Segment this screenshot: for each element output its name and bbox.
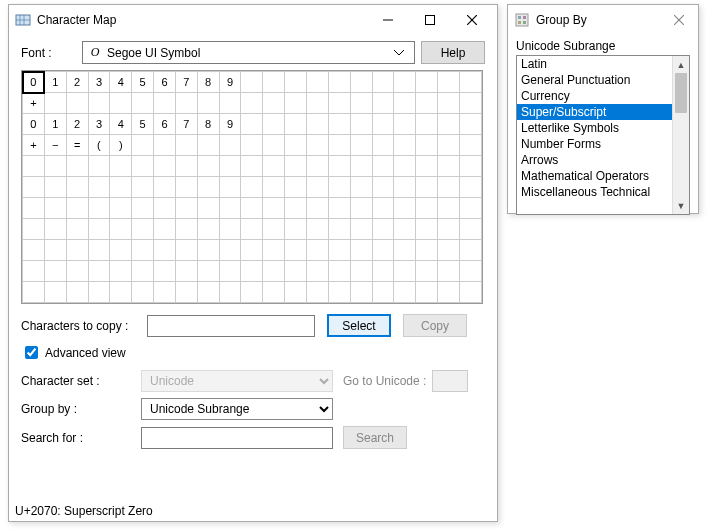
grid-cell[interactable] xyxy=(241,72,263,93)
grid-cell[interactable] xyxy=(285,135,307,156)
grid-cell[interactable] xyxy=(110,240,132,261)
advanced-view-checkbox[interactable]: Advanced view xyxy=(21,343,485,362)
grid-cell[interactable] xyxy=(88,198,110,219)
grid-cell[interactable] xyxy=(132,261,154,282)
scroll-up-icon[interactable]: ▲ xyxy=(673,56,689,73)
grid-cell[interactable]: − xyxy=(44,135,66,156)
list-item[interactable]: Arrows xyxy=(517,152,672,168)
grid-cell[interactable] xyxy=(263,282,285,303)
grid-cell[interactable] xyxy=(285,219,307,240)
grid-cell[interactable] xyxy=(372,177,394,198)
grid-cell[interactable] xyxy=(88,240,110,261)
grid-cell[interactable] xyxy=(154,198,176,219)
grid-cell[interactable] xyxy=(416,156,438,177)
grid-cell[interactable] xyxy=(285,261,307,282)
grid-cell[interactable]: ) xyxy=(110,135,132,156)
grid-cell[interactable] xyxy=(394,135,416,156)
grid-cell[interactable]: 0 xyxy=(23,72,45,93)
grid-cell[interactable] xyxy=(175,282,197,303)
grid-cell[interactable] xyxy=(350,261,372,282)
grid-cell[interactable] xyxy=(459,261,481,282)
grid-cell[interactable] xyxy=(23,282,45,303)
grid-cell[interactable] xyxy=(154,93,176,114)
grid-cell[interactable] xyxy=(175,156,197,177)
grid-cell[interactable] xyxy=(110,219,132,240)
grid-cell[interactable] xyxy=(438,156,460,177)
grid-cell[interactable] xyxy=(110,177,132,198)
list-item[interactable]: General Punctuation xyxy=(517,72,672,88)
grid-cell[interactable] xyxy=(66,240,88,261)
grid-cell[interactable]: 4 xyxy=(110,72,132,93)
grid-cell[interactable] xyxy=(154,177,176,198)
grid-cell[interactable]: 9 xyxy=(219,114,241,135)
grid-cell[interactable] xyxy=(416,177,438,198)
grid-cell[interactable] xyxy=(306,282,328,303)
grid-cell[interactable] xyxy=(416,114,438,135)
grid-cell[interactable] xyxy=(394,93,416,114)
grid-cell[interactable] xyxy=(23,156,45,177)
grid-cell[interactable] xyxy=(154,261,176,282)
grid-cell[interactable] xyxy=(394,114,416,135)
grid-cell[interactable] xyxy=(241,219,263,240)
grid-cell[interactable]: 9 xyxy=(219,72,241,93)
grid-cell[interactable] xyxy=(416,135,438,156)
grid-cell[interactable] xyxy=(175,93,197,114)
grid-cell[interactable] xyxy=(219,261,241,282)
list-item[interactable]: Currency xyxy=(517,88,672,104)
grid-cell[interactable] xyxy=(197,219,219,240)
grid-cell[interactable] xyxy=(44,219,66,240)
grid-cell[interactable] xyxy=(44,177,66,198)
list-item[interactable]: Latin xyxy=(517,56,672,72)
grid-cell[interactable] xyxy=(350,156,372,177)
grid-cell[interactable] xyxy=(285,93,307,114)
grid-cell[interactable] xyxy=(219,177,241,198)
grid-cell[interactable] xyxy=(23,219,45,240)
grid-cell[interactable] xyxy=(394,240,416,261)
grid-cell[interactable] xyxy=(285,198,307,219)
grid-cell[interactable] xyxy=(241,282,263,303)
grid-cell[interactable]: 5 xyxy=(132,72,154,93)
grid-cell[interactable] xyxy=(132,240,154,261)
grid-cell[interactable] xyxy=(285,177,307,198)
grid-cell[interactable] xyxy=(394,177,416,198)
grid-cell[interactable] xyxy=(328,261,350,282)
minimize-button[interactable] xyxy=(367,6,409,34)
list-item[interactable]: Mathematical Operators xyxy=(517,168,672,184)
grid-cell[interactable] xyxy=(372,156,394,177)
grid-cell[interactable] xyxy=(394,219,416,240)
grid-cell[interactable] xyxy=(350,72,372,93)
grid-cell[interactable] xyxy=(372,93,394,114)
grid-cell[interactable]: 1 xyxy=(44,114,66,135)
grid-cell[interactable] xyxy=(23,261,45,282)
grid-cell[interactable] xyxy=(438,282,460,303)
grid-cell[interactable] xyxy=(88,282,110,303)
grid-cell[interactable] xyxy=(350,198,372,219)
grid-cell[interactable] xyxy=(175,219,197,240)
grid-cell[interactable] xyxy=(66,177,88,198)
grid-cell[interactable] xyxy=(438,240,460,261)
grid-cell[interactable] xyxy=(459,240,481,261)
grid-cell[interactable]: 4 xyxy=(110,114,132,135)
grid-cell[interactable] xyxy=(350,177,372,198)
grid-cell[interactable]: 0 xyxy=(23,114,45,135)
grid-cell[interactable] xyxy=(88,93,110,114)
grid-cell[interactable] xyxy=(350,135,372,156)
grid-cell[interactable] xyxy=(372,219,394,240)
grid-cell[interactable] xyxy=(459,219,481,240)
grid-cell[interactable] xyxy=(328,240,350,261)
grid-cell[interactable] xyxy=(132,156,154,177)
grid-cell[interactable] xyxy=(88,261,110,282)
grid-cell[interactable] xyxy=(350,114,372,135)
maximize-button[interactable] xyxy=(409,6,451,34)
grid-cell[interactable] xyxy=(328,135,350,156)
grid-cell[interactable] xyxy=(66,93,88,114)
grid-cell[interactable] xyxy=(306,240,328,261)
grid-cell[interactable] xyxy=(175,177,197,198)
grid-cell[interactable] xyxy=(88,156,110,177)
grid-cell[interactable] xyxy=(372,198,394,219)
scrollbar[interactable]: ▲ ▼ xyxy=(672,56,689,214)
grid-cell[interactable] xyxy=(219,135,241,156)
grid-cell[interactable] xyxy=(219,282,241,303)
charset-dropdown[interactable]: Unicode xyxy=(141,370,333,392)
help-button[interactable]: Help xyxy=(421,41,485,64)
